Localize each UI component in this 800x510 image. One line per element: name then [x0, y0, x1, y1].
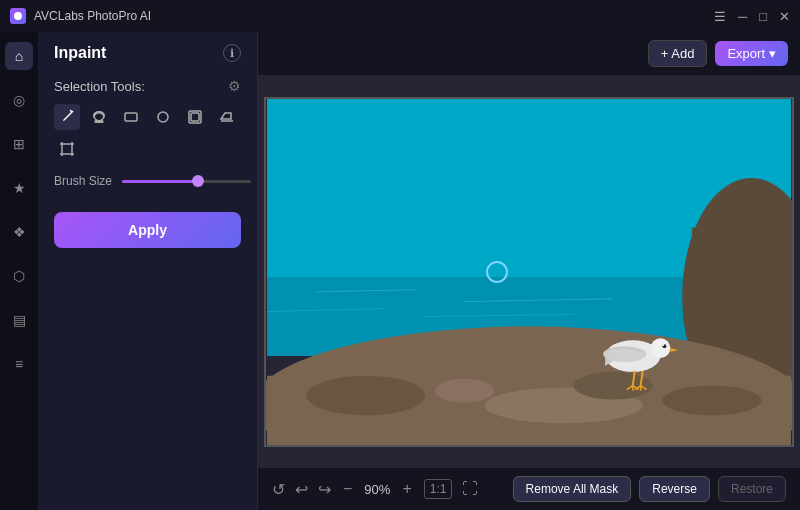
restore-button[interactable]: Restore: [718, 476, 786, 502]
window-controls[interactable]: ☰ ─ □ ✕: [714, 10, 790, 23]
close-icon[interactable]: ✕: [779, 10, 790, 23]
menu-icon[interactable]: ☰: [714, 10, 726, 23]
reset-icon[interactable]: ↺: [272, 480, 285, 499]
brush-size-row: Brush Size: [54, 174, 241, 188]
circle-tool-button[interactable]: [150, 104, 176, 130]
apply-button[interactable]: Apply: [54, 212, 241, 248]
tools-row: [54, 104, 241, 162]
brush-size-label: Brush Size: [54, 174, 112, 188]
svg-rect-6: [62, 144, 72, 154]
zoom-value: 90%: [364, 482, 390, 497]
section-label-row: Selection Tools: ⚙: [54, 78, 241, 94]
zoom-in-button[interactable]: +: [400, 480, 413, 498]
nav-star[interactable]: ★: [5, 174, 33, 202]
title-bar-left: AVCLabs PhotoPro AI: [10, 8, 151, 24]
magic-tool-button[interactable]: [182, 104, 208, 130]
app-icon: [10, 8, 26, 24]
svg-rect-4: [191, 113, 199, 121]
nav-puzzle[interactable]: ❖: [5, 218, 33, 246]
nav-grid[interactable]: ⊞: [5, 130, 33, 158]
one-to-one-button[interactable]: 1:1: [424, 479, 453, 499]
selection-tools-section: Selection Tools: ⚙: [38, 70, 257, 196]
svg-rect-1: [125, 113, 137, 121]
image-area: [258, 75, 800, 468]
minimize-icon[interactable]: ─: [738, 10, 747, 23]
sidebar-title: Inpaint: [54, 44, 106, 62]
export-button[interactable]: Export ▾: [715, 41, 788, 66]
nav-home[interactable]: ⌂: [5, 42, 33, 70]
svg-point-24: [435, 378, 494, 402]
gear-icon[interactable]: ⚙: [228, 78, 241, 94]
nav-layers[interactable]: ▤: [5, 306, 33, 334]
icon-nav: ⌂ ◎ ⊞ ★ ❖ ⬡ ▤ ≡: [0, 32, 38, 510]
zoom-out-button[interactable]: −: [341, 480, 354, 498]
undo-icon[interactable]: ↩: [295, 480, 308, 499]
title-bar: AVCLabs PhotoPro AI ☰ ─ □ ✕: [0, 0, 800, 32]
pen-tool-button[interactable]: [54, 104, 80, 130]
svg-point-23: [662, 385, 761, 415]
remove-all-mask-button[interactable]: Remove All Mask: [513, 476, 632, 502]
app-title: AVCLabs PhotoPro AI: [34, 9, 151, 23]
export-chevron-icon: ▾: [769, 46, 776, 61]
brush-size-slider[interactable]: [122, 180, 251, 183]
info-button[interactable]: ℹ: [223, 44, 241, 62]
expand-tool-button[interactable]: [54, 136, 80, 162]
nav-paint[interactable]: ⬡: [5, 262, 33, 290]
nav-profile[interactable]: ◎: [5, 86, 33, 114]
sidebar: Inpaint ℹ Selection Tools: ⚙: [38, 32, 258, 510]
bottom-controls-left: ↺ ↩ ↪ − 90% + 1:1 ⛶: [272, 479, 478, 499]
svg-point-0: [14, 12, 22, 20]
nav-sliders[interactable]: ≡: [5, 350, 33, 378]
bottom-controls-right: Remove All Mask Reverse Restore: [513, 476, 786, 502]
erase-tool-button[interactable]: [214, 104, 240, 130]
content-area: + Add Export ▾: [258, 32, 800, 510]
reverse-button[interactable]: Reverse: [639, 476, 710, 502]
export-label: Export: [727, 46, 765, 61]
selection-tools-label: Selection Tools:: [54, 79, 145, 94]
svg-rect-18: [692, 227, 791, 356]
svg-point-31: [651, 338, 671, 358]
redo-icon[interactable]: ↪: [318, 480, 331, 499]
add-button[interactable]: + Add: [648, 40, 708, 67]
rect-tool-button[interactable]: [118, 104, 144, 130]
fit-icon[interactable]: ⛶: [462, 480, 478, 498]
lasso-tool-button[interactable]: [86, 104, 112, 130]
main-layout: ⌂ ◎ ⊞ ★ ❖ ⬡ ▤ ≡ Inpaint ℹ Selection Tool…: [0, 32, 800, 510]
maximize-icon[interactable]: □: [759, 10, 767, 23]
top-bar: + Add Export ▾: [258, 32, 800, 75]
bottom-bar: ↺ ↩ ↪ − 90% + 1:1 ⛶ Remove All Mask Reve…: [258, 468, 800, 510]
svg-point-34: [663, 344, 665, 346]
svg-point-2: [158, 112, 168, 122]
scene-svg: [266, 99, 792, 445]
svg-point-21: [307, 375, 426, 415]
sidebar-header: Inpaint ℹ: [38, 32, 257, 70]
image-container[interactable]: [264, 97, 794, 447]
